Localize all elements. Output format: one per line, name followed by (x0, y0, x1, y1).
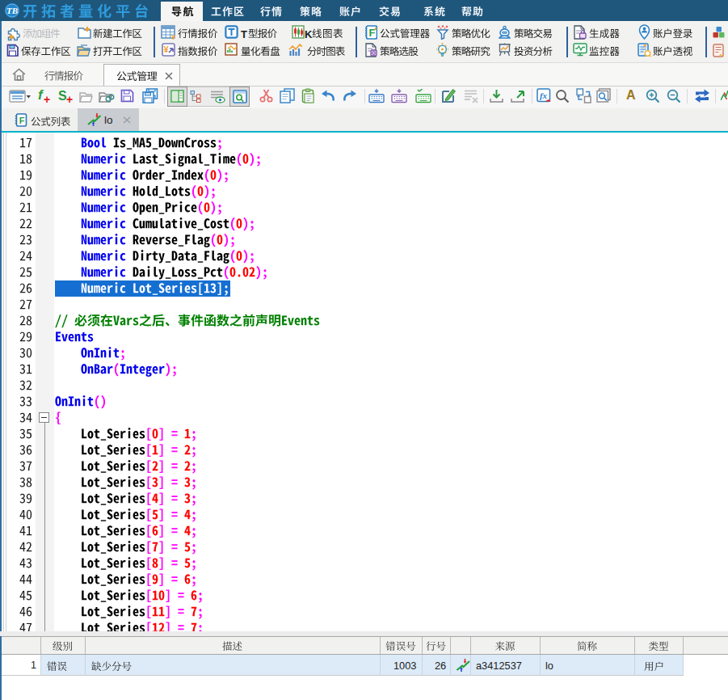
svg-text:¥: ¥ (171, 33, 175, 40)
svg-text:¥: ¥ (164, 44, 170, 54)
svg-text:fx: fx (540, 91, 548, 100)
svg-text:F: F (19, 116, 25, 125)
svg-text:F: F (369, 27, 376, 39)
svg-text:TB: TB (6, 6, 18, 15)
